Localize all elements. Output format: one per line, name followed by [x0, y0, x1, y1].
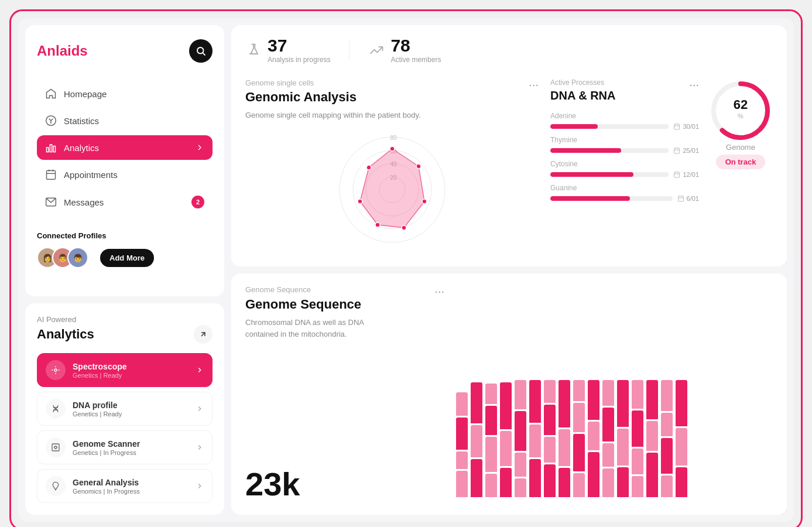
thymine-label: Thymine: [550, 136, 699, 144]
svg-rect-40: [678, 196, 683, 201]
avatars-group: 👩 👨 👦: [37, 247, 83, 268]
dna-rna-title: DNA & RNA: [550, 89, 615, 102]
ai-title-row: Analytics: [37, 325, 213, 344]
thymine-date: 25/01: [673, 147, 699, 154]
logo-plain: An: [37, 43, 56, 59]
dna-rna-wrapper: Active Processes DNA & RNA ··· Adenine: [550, 78, 773, 255]
genome-scanner-info: Genome Scanner Genetics | In Progress: [73, 439, 189, 456]
svg-point-23: [422, 199, 427, 204]
genomic-desc: Genome single cell mapping within the pa…: [245, 109, 421, 121]
radar-chart-container: 80 60 40 20: [245, 125, 539, 254]
guanine-date: 6/01: [677, 195, 699, 202]
general-analysis-name: General Analysis: [73, 478, 189, 487]
sidebar-item-messages[interactable]: Messages 2: [37, 189, 213, 215]
app-logo: Anlaids: [37, 43, 88, 59]
main-bottom-panel: Genome Sequence ··· Genome Sequence Chro…: [231, 273, 787, 515]
spectroscope-sub: Genetics | Ready: [73, 372, 189, 379]
svg-rect-32: [674, 148, 680, 153]
sidebar-item-analytics[interactable]: Analytics: [37, 135, 213, 160]
add-more-button[interactable]: Add More: [100, 249, 154, 267]
dna-profile-info: DNA profile Genetics | Ready: [73, 401, 189, 418]
dna-rna-panel: Active Processes DNA & RNA ··· Adenine: [550, 78, 699, 255]
genomic-more-button[interactable]: ···: [529, 78, 539, 90]
spectroscope-name: Spectroscope: [73, 362, 189, 371]
connected-profiles-label: Connected Profiles: [37, 231, 213, 240]
genome-seq-info: Genome Sequence ··· Genome Sequence Chro…: [245, 285, 444, 503]
svg-rect-28: [674, 124, 680, 129]
genome-seq-sub-label: Genome Sequence: [245, 285, 311, 294]
cytosine-label: Cytosine: [550, 160, 699, 168]
analysis-number: 37: [268, 37, 330, 54]
ai-tool-genome-scanner[interactable]: Genome Scanner Genetics | In Progress: [37, 430, 213, 464]
genomic-top-row: Genome single cells Genomic Analysis Gen…: [245, 78, 539, 121]
svg-point-26: [358, 199, 362, 204]
analysis-label: Analysis in progress: [268, 56, 330, 64]
sidebar-item-label-appointments: Appointments: [64, 170, 118, 180]
svg-text:80: 80: [390, 135, 397, 141]
svg-point-10: [54, 369, 57, 371]
svg-rect-2: [47, 148, 49, 152]
svg-point-22: [416, 164, 421, 169]
sidebar-item-label-statistics: Statistics: [64, 116, 99, 126]
svg-point-0: [197, 47, 204, 54]
search-button[interactable]: [189, 39, 213, 63]
ai-tools-list: Spectroscope Genetics | Ready: [37, 353, 213, 503]
general-analysis-icon: [46, 476, 66, 496]
genome-seq-desc: Chromosomal DNA as well as DNA contained…: [245, 317, 398, 340]
genome-seq-top-row: Genome Sequence ···: [245, 285, 444, 297]
genome-seq-more-button[interactable]: ···: [434, 285, 444, 297]
dna-profile-icon: [46, 399, 66, 419]
genome-seq-number: 23k: [245, 465, 444, 503]
chevron-right-icon: [196, 366, 204, 374]
sidebar-item-label-messages: Messages: [64, 197, 104, 207]
sidebar: Anlaids Homepage: [25, 25, 224, 515]
barcode-chart: [456, 285, 773, 503]
connected-profiles-section: Connected Profiles 👩 👨 👦 Add More: [37, 231, 213, 268]
ai-tool-dna-profile[interactable]: DNA profile Genetics | Ready: [37, 392, 213, 426]
sidebar-item-statistics[interactable]: Statistics: [37, 108, 213, 133]
svg-rect-11: [52, 444, 59, 451]
genome-scanner-name: Genome Scanner: [73, 439, 189, 449]
genomic-title: Genomic Analysis: [245, 90, 421, 105]
stat-divider: [349, 40, 350, 61]
dna-more-button[interactable]: ···: [689, 78, 699, 90]
svg-point-27: [366, 165, 371, 170]
messages-badge: 2: [191, 196, 204, 208]
dna-items-list: Adenine 30/01: [550, 112, 699, 202]
svg-rect-3: [50, 145, 52, 152]
adenine-bar-row: 30/01: [550, 123, 699, 130]
svg-line-1: [203, 53, 205, 55]
ai-analytics-card: AI Powered Analytics: [25, 303, 224, 515]
circle-progress-panel: 62 % Genome On track: [708, 78, 773, 255]
svg-rect-4: [53, 146, 55, 152]
genomic-sub-label: Genome single cells: [245, 78, 421, 87]
dna-item-thymine: Thymine 25/01: [550, 136, 699, 154]
svg-rect-36: [674, 172, 680, 177]
ai-tool-spectroscope[interactable]: Spectroscope Genetics | Ready: [37, 353, 213, 387]
members-number: 78: [390, 37, 441, 54]
expand-button[interactable]: [194, 325, 213, 344]
dna-item-adenine: Adenine 30/01: [550, 112, 699, 130]
general-analysis-info: General Analysis Genomics | In Progress: [73, 478, 189, 495]
guanine-label: Guanine: [550, 184, 699, 192]
cytosine-date: 12/01: [673, 171, 699, 178]
dna-item-cytosine: Cytosine 12/01: [550, 160, 699, 178]
app-outer-border: Anlaids Homepage: [9, 9, 803, 527]
sidebar-top-card: Anlaids Homepage: [25, 25, 224, 296]
genomic-section: Genome single cells Genomic Analysis Gen…: [245, 78, 539, 255]
svg-rect-5: [47, 170, 56, 179]
sidebar-item-appointments[interactable]: Appointments: [37, 162, 213, 187]
members-stat: 78 Active members: [368, 37, 441, 64]
dna-item-guanine: Guanine 6/01: [550, 184, 699, 202]
dna-profile-name: DNA profile: [73, 401, 189, 410]
genome-scanner-sub: Genetics | In Progress: [73, 449, 189, 456]
ai-pre-title: AI Powered: [37, 315, 213, 324]
ai-tool-general-analysis[interactable]: General Analysis Genomics | In Progress: [37, 469, 213, 503]
on-track-badge: On track: [716, 155, 766, 169]
active-processes-label: Active Processes: [550, 78, 615, 87]
svg-point-25: [375, 223, 380, 227]
sidebar-item-homepage[interactable]: Homepage: [37, 81, 213, 106]
header-stats-row: 37 Analysis in progress 78 Active member…: [245, 37, 773, 64]
genome-seq-title: Genome Sequence: [245, 297, 444, 312]
flask-icon: [245, 42, 262, 59]
